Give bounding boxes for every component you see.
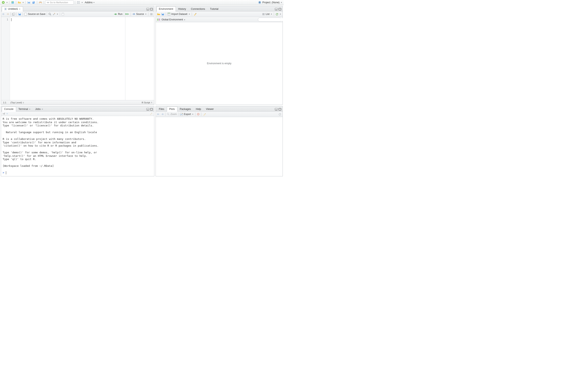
print-icon[interactable]: [38, 0, 43, 4]
svg-rect-3: [28, 1, 30, 2]
wand-icon[interactable]: [52, 13, 56, 16]
save-source-icon[interactable]: [18, 13, 21, 16]
tab-packages[interactable]: Packages: [177, 106, 194, 111]
env-scopebar: Global Environment ▾: [156, 17, 283, 22]
file-type-picker[interactable]: R Script ⇕: [142, 101, 152, 104]
svg-rect-8: [39, 3, 42, 4]
run-button[interactable]: Run: [114, 13, 122, 16]
scope-icon: [157, 18, 160, 21]
refresh-icon[interactable]: [276, 13, 278, 16]
minimize-icon[interactable]: [146, 108, 149, 110]
new-file-icon[interactable]: [1, 0, 5, 4]
console-working-dir[interactable]: ~/: [3, 112, 5, 115]
tab-environment[interactable]: Environment: [156, 6, 176, 11]
minimize-icon[interactable]: [275, 8, 278, 10]
clear-workspace-icon[interactable]: [193, 13, 197, 16]
popout-icon[interactable]: [12, 13, 15, 16]
tab-tutorial[interactable]: Tutorial: [208, 6, 221, 11]
plot-forward-icon[interactable]: [161, 113, 164, 115]
main-toolbar: ▾ ▾ Go to file/function ▾ Addins▾ R Proj…: [0, 0, 284, 5]
svg-rect-28: [168, 13, 170, 13]
zoom-button[interactable]: Zoom: [167, 113, 177, 116]
back-icon[interactable]: [2, 13, 5, 15]
maximize-icon[interactable]: [150, 8, 153, 10]
open-file-icon[interactable]: [17, 0, 21, 4]
svg-rect-4: [28, 3, 30, 4]
rerun-icon[interactable]: [126, 13, 129, 15]
close-icon[interactable]: ×: [19, 8, 20, 10]
minimize-icon[interactable]: [275, 108, 278, 110]
scope-picker[interactable]: (Top Level) ⇕: [10, 101, 24, 104]
tab-console[interactable]: Console: [2, 106, 16, 111]
refresh-plot-icon[interactable]: [278, 113, 281, 116]
save-all-icon[interactable]: [32, 0, 36, 4]
source-on-save-checkbox[interactable]: [24, 13, 27, 16]
svg-rect-25: [135, 13, 135, 15]
outline-icon[interactable]: [150, 13, 153, 16]
tab-plots[interactable]: Plots: [167, 106, 177, 111]
minimize-icon[interactable]: [146, 8, 149, 10]
maximize-icon[interactable]: [150, 108, 153, 110]
svg-rect-11: [77, 3, 78, 4]
tab-viewer[interactable]: Viewer: [204, 106, 216, 111]
report-icon[interactable]: [61, 13, 64, 16]
new-file-menu-icon[interactable]: ▾: [6, 1, 8, 3]
clear-plots-icon[interactable]: [203, 113, 206, 116]
source-button[interactable]: Source: [132, 13, 144, 16]
maximize-icon[interactable]: [278, 8, 281, 10]
clear-console-icon[interactable]: [149, 112, 153, 115]
forward-icon[interactable]: [6, 13, 9, 15]
svg-point-32: [167, 113, 169, 115]
plot-back-icon[interactable]: [157, 113, 160, 115]
close-icon[interactable]: ×: [29, 108, 30, 110]
load-workspace-icon[interactable]: [157, 13, 160, 16]
svg-rect-24: [62, 14, 63, 14]
source-tab-untitled1[interactable]: R Untitled1 ×: [2, 6, 23, 11]
source-on-save-label[interactable]: Source on Save: [28, 13, 45, 16]
maximize-icon[interactable]: [278, 108, 281, 110]
tab-history[interactable]: History: [176, 6, 189, 11]
tab-help[interactable]: Help: [194, 106, 204, 111]
svg-rect-12: [79, 3, 80, 4]
editor-area[interactable]: 1: [1, 17, 154, 100]
cursor-position[interactable]: 1:1: [3, 101, 6, 104]
source-menu-icon[interactable]: ▾: [145, 13, 147, 15]
remove-plot-icon[interactable]: [197, 113, 200, 116]
export-button[interactable]: Export: [180, 113, 191, 116]
find-icon[interactable]: [48, 13, 52, 16]
svg-rect-5: [33, 2, 34, 2]
tab-terminal[interactable]: Terminal ×: [16, 106, 33, 111]
refresh-menu-icon[interactable]: ▾: [279, 13, 281, 15]
import-dataset-button[interactable]: Import Dataset: [167, 13, 187, 16]
editor-text[interactable]: [10, 17, 154, 100]
addins-menu[interactable]: Addins▾: [84, 1, 96, 4]
scope-picker[interactable]: Global Environment ▾: [162, 18, 186, 21]
list-menu-icon[interactable]: ▾: [270, 13, 272, 15]
close-icon[interactable]: ×: [42, 108, 43, 110]
new-project-icon[interactable]: [11, 0, 15, 4]
source-pane: R Untitled1 × Source on Save ▾: [1, 6, 154, 105]
open-recent-menu-icon[interactable]: ▾: [22, 1, 24, 3]
tab-connections[interactable]: Connections: [189, 6, 208, 11]
goto-dir-icon[interactable]: [6, 113, 8, 115]
grid-menu-icon[interactable]: ▾: [81, 1, 83, 3]
source-tabs: R Untitled1 ×: [1, 6, 154, 11]
svg-rect-20: [19, 13, 20, 14]
save-icon[interactable]: [27, 0, 31, 4]
import-menu-icon[interactable]: ▾: [189, 13, 190, 15]
env-search-input[interactable]: [258, 17, 281, 22]
margin-ruler: [125, 17, 125, 100]
wand-menu-icon[interactable]: ▾: [57, 13, 58, 15]
list-view-picker[interactable]: List: [262, 13, 269, 16]
project-menu[interactable]: R Project: (None)▾: [258, 1, 282, 4]
console-pane: Console Terminal × Jobs × ~/ R is free s…: [1, 106, 154, 176]
tab-jobs[interactable]: Jobs ×: [33, 106, 46, 111]
save-workspace-icon[interactable]: [161, 13, 164, 16]
line-gutter: 1: [1, 17, 10, 100]
grid-icon[interactable]: [76, 0, 80, 4]
goto-file-input[interactable]: Go to file/function: [45, 0, 74, 4]
console-output[interactable]: R is free software and comes with ABSOLU…: [1, 116, 154, 176]
tab-files[interactable]: Files: [156, 106, 167, 111]
export-menu-icon[interactable]: ▾: [192, 113, 194, 115]
svg-rect-30: [159, 18, 160, 21]
